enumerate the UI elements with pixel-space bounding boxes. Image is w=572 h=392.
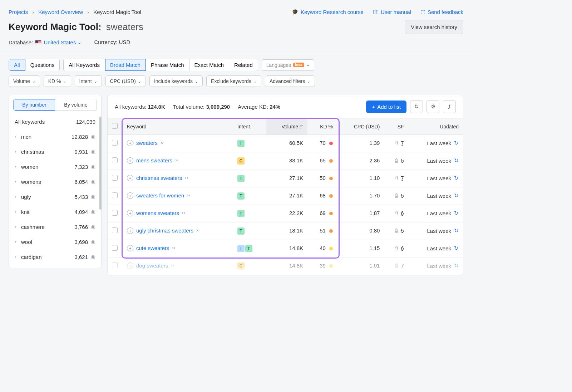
keyword-link[interactable]: sweaters for women: [136, 192, 184, 199]
expand-icon[interactable]: +: [127, 157, 133, 164]
row-checkbox[interactable]: [112, 210, 118, 216]
settings-button[interactable]: ⚙: [426, 100, 439, 113]
tab-all[interactable]: All: [9, 59, 25, 71]
expand-icon[interactable]: +: [127, 192, 133, 199]
expand-icon[interactable]: +: [127, 245, 133, 251]
serp-icon[interactable]: ⎙: [395, 192, 398, 199]
expand-icon[interactable]: +: [127, 175, 133, 181]
link-manual[interactable]: ▯▯User manual: [373, 9, 411, 15]
match-tab-broad-match[interactable]: Broad Match: [105, 59, 146, 71]
languages-dropdown[interactable]: Languages beta ⌄: [262, 59, 314, 71]
scrollbar[interactable]: [99, 117, 102, 210]
sidebar-item-cashmere[interactable]: ›cashmere3,766 ◉: [10, 219, 100, 234]
side-tab-volume[interactable]: By volume: [55, 99, 97, 111]
match-tab-related[interactable]: Related: [229, 59, 258, 71]
sidebar-item-women[interactable]: ›women7,323 ◉: [10, 159, 100, 174]
keyword-link[interactable]: sweaters: [136, 140, 158, 146]
row-checkbox[interactable]: [112, 175, 118, 181]
col-intent[interactable]: Intent: [233, 118, 266, 135]
cell-sf[interactable]: 6: [401, 245, 404, 251]
add-to-list-button[interactable]: +Add to list: [366, 101, 406, 113]
open-icon[interactable]: ››: [161, 140, 164, 145]
keyword-link[interactable]: christmas sweaters: [136, 175, 182, 181]
open-icon[interactable]: ››: [175, 157, 178, 163]
match-tab-phrase-match[interactable]: Phrase Match: [146, 59, 189, 71]
serp-icon[interactable]: ⎙: [395, 140, 398, 146]
view-history-button[interactable]: View search history: [405, 20, 463, 34]
expand-icon[interactable]: +: [127, 140, 133, 146]
expand-icon[interactable]: +: [127, 227, 133, 234]
serp-icon[interactable]: ⎙: [395, 227, 398, 234]
sidebar-item-knit[interactable]: ›knit4,094 ◉: [10, 204, 100, 219]
refresh-row-icon[interactable]: ↻: [454, 245, 459, 251]
match-tab-all-keywords[interactable]: All Keywords: [64, 59, 105, 71]
keyword-link[interactable]: cute sweaters: [136, 245, 169, 251]
refresh-row-icon[interactable]: ↻: [454, 140, 459, 146]
cell-sf[interactable]: 6: [401, 210, 404, 216]
refresh-row-icon[interactable]: ↻: [454, 175, 459, 181]
cell-sf[interactable]: 5: [401, 192, 404, 199]
row-checkbox[interactable]: [112, 227, 118, 233]
side-tab-number[interactable]: By number: [14, 99, 55, 111]
sidebar-item-men[interactable]: ›men12,828 ◉: [10, 129, 100, 144]
filter-include-keywords[interactable]: Include keywords ⌄: [149, 75, 203, 87]
col-volume[interactable]: Volume: [266, 118, 307, 135]
serp-icon[interactable]: ⎙: [395, 175, 398, 181]
filter-advanced-filters[interactable]: Advanced filters ⌄: [265, 75, 315, 87]
keyword-link[interactable]: ugly christmas sweaters: [136, 227, 193, 234]
col-updated[interactable]: Updated: [408, 118, 463, 135]
filter-volume[interactable]: Volume ⌄: [9, 75, 40, 87]
select-all-checkbox[interactable]: [112, 123, 118, 129]
refresh-row-icon[interactable]: ↻: [454, 227, 459, 234]
sidebar-item-christmas[interactable]: ›christmas9,931 ◉: [10, 144, 100, 159]
expand-icon[interactable]: +: [127, 210, 133, 216]
keyword-link[interactable]: mens sweaters: [136, 157, 172, 163]
match-tab-exact-match[interactable]: Exact Match: [189, 59, 230, 71]
row-checkbox[interactable]: [112, 157, 118, 163]
cell-sf[interactable]: 5: [401, 157, 404, 163]
filter-cpc-usd-[interactable]: CPC (USD) ⌄: [105, 75, 146, 87]
col-kd[interactable]: KD %: [307, 118, 337, 135]
graduation-cap-icon: 🎓: [292, 9, 299, 15]
database-selector[interactable]: Database: United States ⌄: [9, 39, 82, 45]
sidebar-item-cardigan[interactable]: ›cardigan3,621 ◉: [10, 249, 100, 264]
filter-exclude-keywords[interactable]: Exclude keywords ⌄: [206, 75, 261, 87]
crumb-projects[interactable]: Projects: [9, 9, 28, 15]
row-checkbox[interactable]: [112, 140, 118, 146]
sidebar-all-keywords[interactable]: All keywords 124,039: [10, 114, 100, 129]
cell-sf[interactable]: 7: [401, 175, 404, 181]
sidebar-item-ugly[interactable]: ›ugly5,433 ◉: [10, 189, 100, 204]
sidebar-item-womens[interactable]: ›womens6,054 ◉: [10, 174, 100, 189]
results-panel: All keywords: 124.0K Total volume: 3,009…: [107, 95, 463, 275]
crumb-overview[interactable]: Keyword Overview: [38, 9, 83, 15]
open-icon[interactable]: ››: [187, 192, 190, 198]
serp-icon[interactable]: ⎙: [395, 210, 398, 216]
serp-icon[interactable]: ⎙: [395, 157, 398, 163]
keyword-link[interactable]: womens sweaters: [136, 210, 179, 216]
match-segment: All KeywordsBroad MatchPhrase MatchExact…: [63, 59, 258, 71]
refresh-button[interactable]: ↻: [410, 100, 423, 113]
refresh-row-icon[interactable]: ↻: [454, 192, 459, 199]
tab-questions[interactable]: Questions: [25, 59, 60, 71]
cell-sf[interactable]: 7: [401, 140, 404, 146]
filter-kd-[interactable]: KD % ⌄: [44, 75, 71, 87]
row-checkbox[interactable]: [112, 192, 118, 198]
open-icon[interactable]: ››: [182, 210, 185, 215]
open-icon[interactable]: ››: [185, 175, 188, 180]
filter-intent[interactable]: Intent ⌄: [75, 75, 102, 87]
cell-sf[interactable]: 5: [401, 227, 404, 234]
refresh-row-icon[interactable]: ↻: [454, 210, 459, 216]
col-keyword[interactable]: Keyword: [123, 118, 233, 135]
row-checkbox[interactable]: [112, 245, 118, 251]
export-button[interactable]: ⤴: [443, 100, 456, 113]
sidebar-item-wool[interactable]: ›wool3,698 ◉: [10, 234, 100, 249]
refresh-row-icon[interactable]: ↻: [454, 157, 459, 164]
serp-icon[interactable]: ⎙: [395, 245, 398, 251]
link-feedback[interactable]: ▢Send feedback: [420, 9, 463, 15]
col-sf[interactable]: SF: [384, 118, 408, 135]
open-icon[interactable]: ››: [196, 227, 199, 233]
open-icon[interactable]: ››: [172, 245, 176, 250]
link-course[interactable]: 🎓Keyword Research course: [292, 9, 364, 15]
col-cpc[interactable]: CPC (USD): [337, 118, 384, 135]
chevron-right-icon: ›: [15, 134, 18, 139]
